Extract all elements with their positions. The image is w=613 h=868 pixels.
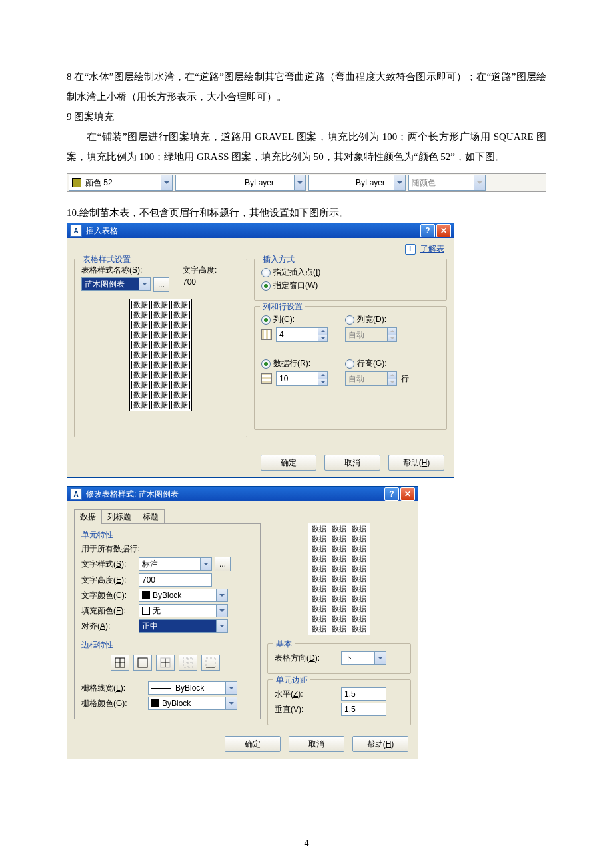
chevron-down-icon: [474, 175, 485, 190]
svg-rect-10: [206, 658, 215, 667]
chevron-down-icon: [394, 175, 405, 190]
fill-color-combo[interactable]: 无: [139, 604, 228, 617]
style-browse-button[interactable]: ...: [153, 277, 169, 292]
titlebar: A 修改表格样式: 苗木图例表 ? ✕: [67, 487, 418, 501]
chevron-down-icon: [374, 652, 386, 664]
text-height-input[interactable]: 700: [139, 573, 212, 587]
rows-spin[interactable]: 10: [276, 371, 328, 386]
color-swatch-icon: [72, 178, 81, 187]
grid-color-label: 栅格颜色(G):: [81, 698, 148, 709]
radio-rowheight[interactable]: [345, 359, 354, 369]
group-title: 表格样式设置: [80, 254, 133, 265]
chevron-down-icon: [225, 682, 237, 694]
color-dropdown[interactable]: 颜色 52: [69, 175, 173, 191]
swatch-icon: [151, 699, 159, 707]
properties-toolbar: 颜色 52 ByLayer ByLayer 随颜色: [67, 173, 546, 192]
help-button[interactable]: 帮助(H): [352, 736, 408, 752]
cols-spin[interactable]: 4: [276, 327, 328, 342]
margin-h-label: 水平(Z):: [275, 689, 341, 700]
rowh-label: 行高(G):: [357, 358, 387, 369]
plotstyle-value: 随颜色: [412, 177, 436, 189]
document-page: 8 在“水体”图层绘制水湾，在“道路”图层绘制其它弯曲道路（弯曲程度大致符合图示…: [0, 0, 613, 868]
chevron-down-icon: [139, 278, 150, 290]
group-title: 单元边距: [273, 675, 310, 686]
dialog-title: 插入表格: [86, 225, 419, 237]
margin-h-input[interactable]: 1.5: [341, 687, 386, 701]
paragraph-8: 8 在“水体”图层绘制水湾，在“道路”图层绘制其它弯曲道路（弯曲程度大致符合图示…: [67, 67, 546, 107]
app-icon: A: [70, 225, 82, 237]
info-icon: i: [405, 244, 416, 255]
tab-title[interactable]: 标题: [137, 509, 165, 524]
button-row: 确定 取消 帮助(H): [67, 731, 418, 759]
border-all-button[interactable]: [111, 655, 129, 671]
close-button[interactable]: ✕: [436, 224, 451, 237]
text-height-label: 文字高度(E):: [81, 575, 139, 586]
rowh-spin: 自动: [345, 371, 397, 386]
margin-v-input[interactable]: 1.5: [341, 703, 386, 716]
radio-rows[interactable]: [261, 359, 271, 369]
align-label: 对齐(A):: [81, 621, 139, 632]
apply-all-label: 用于所有数据行:: [81, 543, 253, 555]
insert-table-dialog: A 插入表格 ? ✕ i 了解表 表格样式设置 表格样式名称(S):: [67, 223, 454, 478]
swatch-icon: [142, 607, 150, 615]
text-color-label: 文字颜色(C):: [81, 590, 139, 601]
tab-data[interactable]: 数据: [74, 509, 102, 524]
radio-columns[interactable]: [261, 315, 271, 325]
margin-group: 单元边距 水平(Z): 1.5 垂直(V): 1.5: [267, 679, 411, 725]
line-sample-icon: [210, 183, 241, 183]
grid-lw-combo[interactable]: ByBlock: [148, 681, 237, 695]
ok-button[interactable]: 确定: [261, 455, 316, 471]
radio-insert-window[interactable]: [261, 281, 271, 291]
lineweight-dropdown[interactable]: ByLayer: [308, 175, 406, 191]
rows-label: 数据行(R):: [273, 358, 310, 369]
help-button[interactable]: ?: [420, 224, 435, 237]
text-color-combo[interactable]: ByBlock: [139, 589, 228, 602]
chevron-down-icon: [294, 175, 305, 190]
insert-point-label: 指定插入点(I): [273, 267, 320, 278]
text-style-combo[interactable]: 标注: [139, 557, 212, 571]
table-style-group: 表格样式设置 表格样式名称(S): 苗木图例表 ...: [74, 259, 247, 437]
svg-rect-3: [138, 658, 147, 667]
help-button[interactable]: 帮助(H): [388, 455, 444, 471]
linetype-dropdown[interactable]: ByLayer: [175, 175, 306, 191]
chevron-down-icon: [216, 605, 227, 617]
paragraph-9-body: 在“铺装”图层进行图案填充，道路用 GRAVEL 图案，填充比例为 100；两个…: [67, 127, 546, 167]
border-inner-button[interactable]: [156, 655, 175, 671]
dir-combo[interactable]: 下: [341, 651, 386, 665]
radio-colwidth[interactable]: [345, 315, 354, 325]
ok-button[interactable]: 确定: [225, 736, 281, 752]
color-value: 颜色 52: [85, 177, 113, 189]
close-button[interactable]: ✕: [400, 487, 415, 501]
learn-link[interactable]: 了解表: [420, 244, 444, 253]
button-row: 确定 取消 帮助(H): [67, 449, 454, 477]
app-icon: A: [70, 488, 82, 500]
group-title: 列和行设置: [260, 301, 305, 313]
align-combo[interactable]: 正中: [139, 619, 228, 633]
border-bottom-button[interactable]: [201, 655, 220, 671]
swatch-icon: [142, 591, 150, 599]
tab-colheader[interactable]: 列标题: [101, 509, 137, 524]
page-number: 4: [0, 838, 613, 848]
group-title: 边框特性: [81, 639, 253, 651]
style-name-combo[interactable]: 苗木图例表: [81, 277, 151, 291]
text-style-browse[interactable]: ...: [215, 557, 231, 571]
paragraph-9-title: 9 图案填充: [67, 107, 546, 127]
line-sample-icon: [332, 183, 352, 183]
cancel-button[interactable]: 取消: [289, 736, 344, 752]
lineweight-value: ByLayer: [356, 178, 385, 187]
plotstyle-dropdown: 随颜色: [408, 175, 486, 191]
border-outer-button[interactable]: [133, 655, 152, 671]
help-button[interactable]: ?: [384, 487, 399, 501]
margin-v-label: 垂直(V):: [275, 704, 341, 715]
paragraph-10: 10.绘制苗木表，不包含页眉行和标题行，其他设置如下图所示。: [67, 203, 546, 223]
rowh-unit: 行: [401, 373, 409, 385]
cancel-button[interactable]: 取消: [324, 455, 380, 471]
radio-insert-point[interactable]: [261, 268, 271, 277]
border-none-button[interactable]: [179, 655, 197, 671]
grid-color-combo[interactable]: ByBlock: [148, 697, 237, 710]
tabs: 数据 列标题 标题: [74, 509, 261, 524]
style-name-label: 表格样式名称(S):: [81, 265, 169, 276]
dir-label: 表格方向(D):: [275, 653, 341, 664]
chevron-down-icon: [225, 697, 237, 709]
insert-mode-group: 插入方式 指定插入点(I) 指定窗口(W): [254, 259, 447, 301]
